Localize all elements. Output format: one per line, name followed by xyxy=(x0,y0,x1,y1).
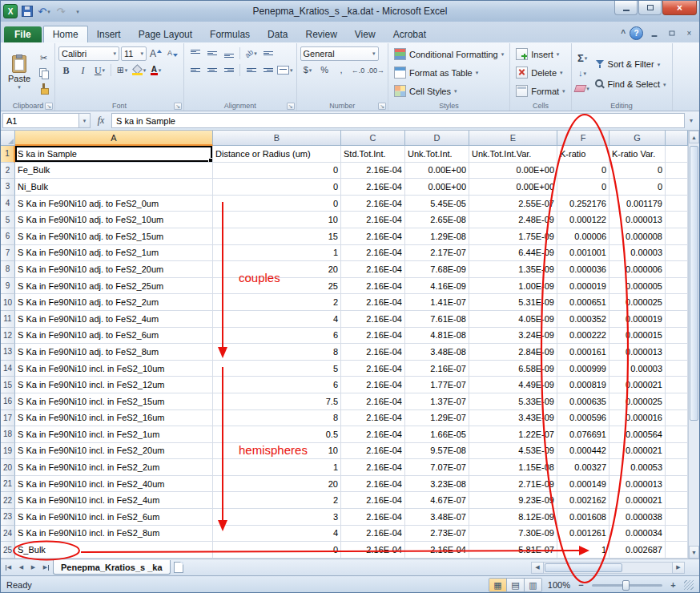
cell-H3[interactable] xyxy=(666,179,688,196)
cell-G13[interactable]: 0.000013 xyxy=(609,344,666,361)
decrease-indent-button[interactable] xyxy=(243,63,259,78)
cell-E4[interactable]: 2.55E-07 xyxy=(469,196,557,212)
cell-C7[interactable]: 2.16E-04 xyxy=(341,245,405,262)
cell-D22[interactable]: 4.67E-07 xyxy=(405,492,469,509)
row-header-16[interactable]: 16 xyxy=(1,393,15,410)
column-header-F[interactable]: F xyxy=(557,131,609,146)
cell-E20[interactable]: 1.15E-08 xyxy=(469,459,557,476)
cell-G5[interactable]: 0.000013 xyxy=(609,212,666,228)
cell-E15[interactable]: 4.49E-09 xyxy=(469,377,557,393)
cell-F22[interactable]: 0.002162 xyxy=(557,492,609,509)
resize-grip[interactable] xyxy=(684,580,694,590)
clipboard-dialog-launcher[interactable]: ↘ xyxy=(45,103,53,110)
cell-G19[interactable]: 0.000021 xyxy=(609,443,666,460)
font-color-button[interactable]: A▾ xyxy=(148,63,163,78)
cell-A22[interactable]: S Ka in Fe90Ni10 incl. in FeS2_4um xyxy=(15,492,213,509)
cell-C11[interactable]: 2.16E-04 xyxy=(341,311,405,328)
cell-G2[interactable]: 0 xyxy=(609,163,666,180)
cell-H8[interactable] xyxy=(666,261,688,278)
scroll-right-button[interactable]: ▶ xyxy=(672,562,685,574)
cell-B20[interactable]: 1 xyxy=(213,459,341,476)
percent-button[interactable]: % xyxy=(317,63,332,78)
cell-B7[interactable]: 1 xyxy=(213,245,341,262)
cell-E23[interactable]: 8.12E-09 xyxy=(469,509,557,526)
cell-A19[interactable]: S Ka in Fe90Ni10 incl. in FeS2_20um xyxy=(15,443,213,460)
cell-B19[interactable]: 10 xyxy=(213,443,341,460)
scroll-up-button[interactable]: ▲ xyxy=(689,131,699,143)
cell-H2[interactable] xyxy=(666,163,688,180)
maximize-button[interactable] xyxy=(638,1,662,15)
bold-button[interactable]: B xyxy=(58,63,74,78)
row-header-9[interactable]: 9 xyxy=(1,278,15,295)
cell-E14[interactable]: 6.58E-09 xyxy=(469,361,557,377)
underline-button[interactable]: U▾ xyxy=(92,63,107,78)
row-header-10[interactable]: 10 xyxy=(1,294,15,311)
cell-B12[interactable]: 6 xyxy=(213,328,341,345)
grow-font-button[interactable]: A xyxy=(148,46,163,61)
cell-C23[interactable]: 2.16E-04 xyxy=(341,509,405,526)
cell-A21[interactable]: S Ka in Fe90Ni10 incl. in FeS2_40um xyxy=(15,476,213,493)
cell-B21[interactable]: 20 xyxy=(213,476,341,493)
vertical-scrollbar-thumb[interactable] xyxy=(690,146,698,421)
cell-C13[interactable]: 2.16E-04 xyxy=(341,344,405,361)
row-header-13[interactable]: 13 xyxy=(1,344,15,361)
cell-F21[interactable]: 0.000149 xyxy=(557,476,609,493)
cell-G9[interactable]: 0.000005 xyxy=(609,278,666,295)
cell-C16[interactable]: 2.16E-04 xyxy=(341,393,405,410)
cell-H15[interactable] xyxy=(666,377,688,393)
comma-button[interactable]: , xyxy=(334,63,349,78)
qat-customize-button[interactable]: ▾ xyxy=(70,4,85,18)
cell-D20[interactable]: 7.07E-07 xyxy=(405,459,469,476)
cell-E5[interactable]: 2.48E-09 xyxy=(469,212,557,228)
cell-F1[interactable]: K-ratio xyxy=(557,146,609,163)
align-left-button[interactable] xyxy=(187,63,203,78)
cell-E12[interactable]: 3.24E-09 xyxy=(469,328,557,345)
cell-G7[interactable]: 0.00003 xyxy=(609,245,666,262)
cell-F8[interactable]: 0.000036 xyxy=(557,261,609,278)
fill-button[interactable]: ↓▾ xyxy=(575,66,590,80)
cell-H1[interactable] xyxy=(666,146,688,163)
cell-C6[interactable]: 2.16E-04 xyxy=(341,228,405,245)
cell-A13[interactable]: S Ka in Fe90Ni10 adj. to FeS2_8um xyxy=(15,344,213,361)
cell-F25[interactable]: 1 xyxy=(557,542,609,559)
cell-C20[interactable]: 2.16E-04 xyxy=(341,459,405,476)
cell-F20[interactable]: 0.00327 xyxy=(557,459,609,476)
horizontal-scrollbar-track[interactable] xyxy=(544,562,672,574)
align-center-button[interactable] xyxy=(204,63,219,78)
font-dialog-launcher[interactable]: ↘ xyxy=(174,103,182,110)
cell-C14[interactable]: 2.16E-04 xyxy=(341,361,405,377)
cell-D5[interactable]: 2.65E-08 xyxy=(405,212,469,228)
page-break-view-button[interactable]: ▥ xyxy=(525,579,541,591)
fill-color-button[interactable]: ▾ xyxy=(131,63,147,78)
tab-home[interactable]: Home xyxy=(43,26,88,42)
cell-E7[interactable]: 6.44E-09 xyxy=(469,245,557,262)
cell-D13[interactable]: 3.48E-08 xyxy=(405,344,469,361)
cell-G1[interactable]: K-ratio Var. xyxy=(609,146,666,163)
row-header-19[interactable]: 19 xyxy=(1,443,15,460)
shrink-font-button[interactable]: A xyxy=(165,46,180,61)
cell-D25[interactable]: 2.16E-04 xyxy=(405,542,469,559)
cell-A1[interactable]: S ka in Sample xyxy=(15,146,213,163)
sheet-tab[interactable]: Penepma_Kratios_s _ka xyxy=(53,560,171,575)
cell-C9[interactable]: 2.16E-04 xyxy=(341,278,405,295)
merge-center-button[interactable]: ▾ xyxy=(277,63,293,78)
cell-H25[interactable] xyxy=(666,542,688,559)
cell-H4[interactable] xyxy=(666,196,688,212)
cell-D7[interactable]: 2.17E-07 xyxy=(405,245,469,262)
cell-C21[interactable]: 2.16E-04 xyxy=(341,476,405,493)
row-header-15[interactable]: 15 xyxy=(1,377,15,393)
insert-function-button[interactable]: fx xyxy=(91,115,111,127)
workbook-close-button[interactable]: × xyxy=(682,28,696,39)
row-header-24[interactable]: 24 xyxy=(1,526,15,543)
cell-H7[interactable] xyxy=(666,245,688,262)
cell-F13[interactable]: 0.000161 xyxy=(557,344,609,361)
cell-C2[interactable]: 2.16E-04 xyxy=(341,163,405,180)
cell-A10[interactable]: S Ka in Fe90Ni10 adj. to FeS2_2um xyxy=(15,294,213,311)
column-header-G[interactable]: G xyxy=(609,131,666,146)
cell-E1[interactable]: Unk.Tot.Int.Var. xyxy=(469,146,557,163)
tab-review[interactable]: Review xyxy=(296,26,345,42)
cell-D10[interactable]: 1.41E-07 xyxy=(405,294,469,311)
cell-H11[interactable] xyxy=(666,311,688,328)
cell-B4[interactable]: 0 xyxy=(213,196,341,212)
font-name-select[interactable]: Calibri▾ xyxy=(58,46,119,61)
